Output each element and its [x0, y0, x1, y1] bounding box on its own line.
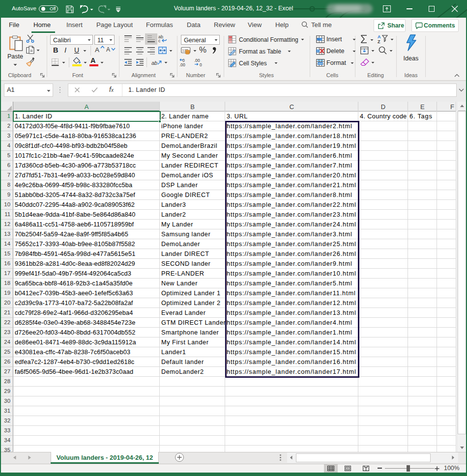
svg-text:A: A [378, 34, 381, 39]
svg-text:0: 0 [200, 62, 202, 67]
svg-text:ab: ab [151, 60, 157, 66]
svg-text:c: c [158, 38, 161, 43]
svg-text:Z: Z [378, 39, 380, 44]
svg-text:.00: .00 [179, 62, 185, 67]
